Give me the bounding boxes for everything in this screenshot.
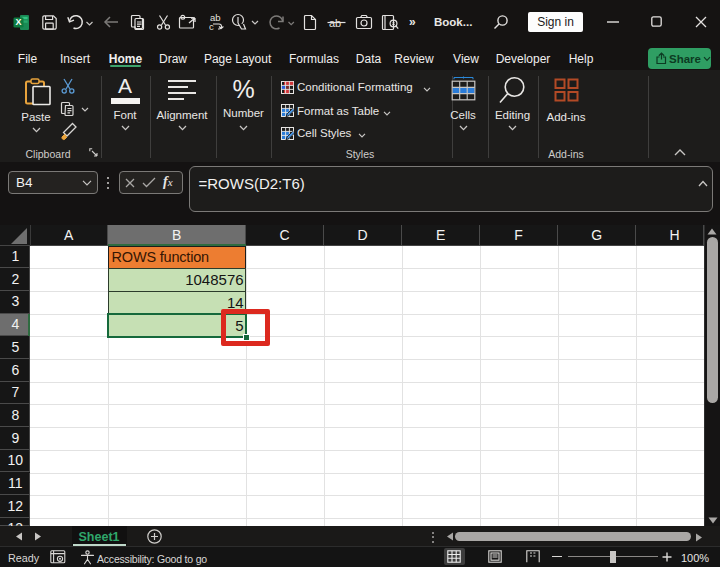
svg-text:X: X [15, 17, 21, 27]
svg-text:c: c [209, 21, 214, 32]
